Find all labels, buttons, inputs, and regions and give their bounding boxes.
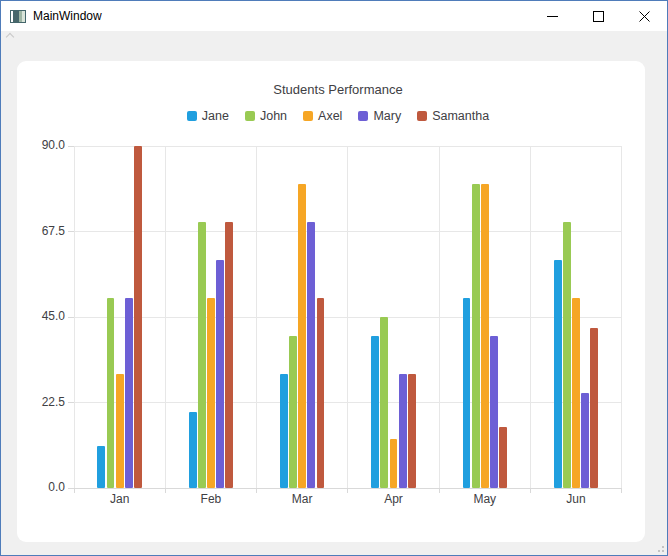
legend-label: Axel xyxy=(318,109,342,123)
legend-label: Mary xyxy=(373,109,401,123)
close-button[interactable] xyxy=(621,1,667,31)
legend-label: John xyxy=(260,109,287,123)
legend-item-axel[interactable]: Axel xyxy=(303,109,342,123)
chart-legend: JaneJohnAxelMarySamantha xyxy=(17,109,645,123)
resize-grip[interactable] xyxy=(654,542,664,552)
legend-marker-icon xyxy=(417,111,427,121)
minimize-button[interactable] xyxy=(529,1,575,31)
toolbar-handle[interactable] xyxy=(6,33,14,41)
app-icon xyxy=(10,10,26,23)
maximize-button[interactable] xyxy=(575,1,621,31)
chart-panel xyxy=(17,61,645,542)
legend-item-samantha[interactable]: Samantha xyxy=(417,109,489,123)
legend-marker-icon xyxy=(187,111,197,121)
legend-item-john[interactable]: John xyxy=(245,109,287,123)
legend-item-jane[interactable]: Jane xyxy=(187,109,229,123)
maximize-icon xyxy=(593,11,604,22)
window-title: MainWindow xyxy=(33,9,102,23)
window-controls xyxy=(529,1,667,31)
legend-label: Jane xyxy=(202,109,229,123)
minimize-icon xyxy=(547,11,558,22)
legend-marker-icon xyxy=(358,111,368,121)
legend-marker-icon xyxy=(303,111,313,121)
chart-title: Students Performance xyxy=(17,82,645,97)
legend-marker-icon xyxy=(245,111,255,121)
legend-label: Samantha xyxy=(432,109,489,123)
close-icon xyxy=(639,11,650,22)
legend-item-mary[interactable]: Mary xyxy=(358,109,401,123)
main-window: MainWindow Students Performance JaneJohn… xyxy=(0,0,668,556)
